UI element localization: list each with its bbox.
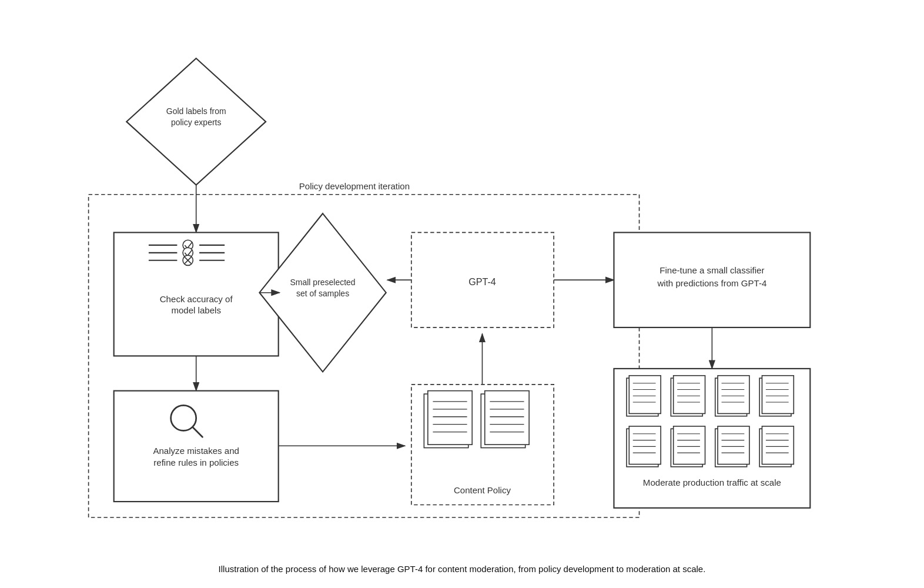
gpt4-text: GPT-4	[468, 276, 496, 287]
svg-rect-74	[718, 426, 749, 465]
analyze-text1: Analyze mistakes and	[153, 446, 239, 456]
caption: Illustration of the process of how we le…	[219, 563, 706, 576]
fine-tune-text2: with predictions from GPT-4	[657, 278, 766, 288]
fine-tune-text1: Fine-tune a small classifier	[659, 265, 764, 275]
check-accuracy-text2: model labels	[171, 305, 221, 315]
svg-rect-50	[718, 376, 749, 414]
gold-labels-text-line2: policy experts	[171, 118, 222, 127]
svg-rect-19	[428, 391, 472, 445]
svg-rect-38	[629, 376, 661, 414]
analyze-text2: refine rules in policies	[153, 457, 239, 467]
diagram-container: Policy development iteration Gold labels…	[51, 24, 873, 545]
svg-rect-80	[762, 426, 794, 465]
svg-rect-31	[485, 391, 529, 445]
content-policy-text: Content Policy	[454, 485, 511, 495]
policy-iteration-label: Policy development iteration	[299, 181, 410, 191]
flowchart-svg: Policy development iteration Gold labels…	[51, 24, 873, 543]
svg-rect-56	[762, 376, 794, 414]
svg-rect-62	[629, 426, 661, 465]
small-samples-text1: Small preselected	[290, 278, 356, 287]
svg-rect-68	[674, 426, 705, 465]
gold-labels-text-line1: Gold labels from	[166, 106, 226, 116]
svg-rect-44	[674, 376, 705, 414]
small-samples-text2: set of samples	[296, 289, 349, 298]
svg-point-11	[171, 405, 196, 430]
check-accuracy-text1: Check accuracy of	[160, 294, 233, 304]
moderate-text: Moderate production traffic at scale	[643, 477, 781, 487]
